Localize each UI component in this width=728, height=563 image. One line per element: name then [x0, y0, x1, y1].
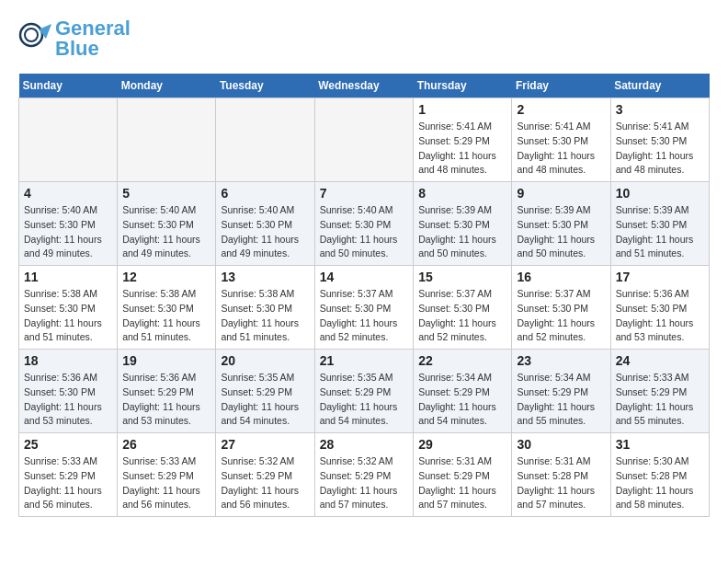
calendar-cell: 10Sunrise: 5:39 AM Sunset: 5:30 PM Dayli… — [610, 182, 709, 266]
calendar-cell: 7Sunrise: 5:40 AM Sunset: 5:30 PM Daylig… — [314, 182, 414, 266]
day-number: 4 — [24, 186, 112, 201]
calendar-cell: 5Sunrise: 5:40 AM Sunset: 5:30 PM Daylig… — [118, 182, 216, 266]
day-header-thursday: Thursday — [414, 74, 512, 98]
svg-point-0 — [20, 24, 42, 46]
calendar-cell: 28Sunrise: 5:32 AM Sunset: 5:29 PM Dayli… — [314, 433, 414, 517]
day-number: 8 — [418, 186, 506, 201]
day-info: Sunrise: 5:37 AM Sunset: 5:30 PM Dayligh… — [320, 287, 409, 345]
day-info: Sunrise: 5:38 AM Sunset: 5:30 PM Dayligh… — [24, 287, 112, 345]
day-info: Sunrise: 5:37 AM Sunset: 5:30 PM Dayligh… — [418, 287, 506, 345]
day-number: 6 — [221, 186, 309, 201]
calendar-cell: 20Sunrise: 5:35 AM Sunset: 5:29 PM Dayli… — [216, 350, 314, 433]
day-info: Sunrise: 5:40 AM Sunset: 5:30 PM Dayligh… — [24, 203, 112, 261]
calendar-table: SundayMondayTuesdayWednesdayThursdayFrid… — [18, 74, 710, 517]
day-number: 10 — [616, 186, 704, 201]
day-number: 9 — [517, 186, 605, 201]
logo-icon — [18, 22, 51, 55]
logo: General Blue — [18, 18, 131, 59]
calendar-cell: 30Sunrise: 5:31 AM Sunset: 5:28 PM Dayli… — [512, 433, 610, 517]
week-row-4: 18Sunrise: 5:36 AM Sunset: 5:30 PM Dayli… — [19, 350, 710, 433]
calendar-cell: 21Sunrise: 5:35 AM Sunset: 5:29 PM Dayli… — [314, 350, 414, 433]
day-info: Sunrise: 5:33 AM Sunset: 5:29 PM Dayligh… — [24, 454, 112, 512]
calendar-cell: 23Sunrise: 5:34 AM Sunset: 5:29 PM Dayli… — [512, 350, 610, 433]
day-header-sunday: Sunday — [19, 74, 118, 98]
day-number: 29 — [418, 437, 506, 452]
day-info: Sunrise: 5:30 AM Sunset: 5:28 PM Dayligh… — [616, 454, 704, 512]
week-row-5: 25Sunrise: 5:33 AM Sunset: 5:29 PM Dayli… — [19, 433, 710, 517]
calendar-cell: 18Sunrise: 5:36 AM Sunset: 5:30 PM Dayli… — [19, 350, 118, 433]
calendar-cell: 11Sunrise: 5:38 AM Sunset: 5:30 PM Dayli… — [19, 266, 118, 350]
calendar-cell: 8Sunrise: 5:39 AM Sunset: 5:30 PM Daylig… — [414, 182, 512, 266]
day-number: 16 — [517, 270, 605, 284]
calendar-cell — [314, 98, 414, 182]
day-info: Sunrise: 5:32 AM Sunset: 5:29 PM Dayligh… — [320, 454, 409, 512]
day-number: 24 — [616, 353, 704, 368]
day-info: Sunrise: 5:35 AM Sunset: 5:29 PM Dayligh… — [320, 371, 409, 429]
logo-text: General — [55, 18, 131, 39]
calendar-cell: 15Sunrise: 5:37 AM Sunset: 5:30 PM Dayli… — [414, 266, 512, 350]
day-number: 19 — [122, 353, 210, 368]
day-number: 1 — [418, 102, 506, 117]
calendar-cell: 6Sunrise: 5:40 AM Sunset: 5:30 PM Daylig… — [216, 182, 314, 266]
week-row-3: 11Sunrise: 5:38 AM Sunset: 5:30 PM Dayli… — [19, 266, 710, 350]
page-header: General Blue — [18, 18, 710, 59]
day-number: 12 — [122, 270, 210, 284]
calendar-cell: 12Sunrise: 5:38 AM Sunset: 5:30 PM Dayli… — [118, 266, 216, 350]
day-number: 18 — [24, 353, 112, 368]
day-number: 30 — [517, 437, 605, 452]
day-number: 17 — [616, 270, 704, 284]
svg-point-1 — [25, 29, 38, 41]
day-info: Sunrise: 5:38 AM Sunset: 5:30 PM Dayligh… — [122, 287, 210, 345]
calendar-cell: 29Sunrise: 5:31 AM Sunset: 5:29 PM Dayli… — [414, 433, 512, 517]
logo-text2: Blue — [55, 39, 131, 59]
calendar-cell: 14Sunrise: 5:37 AM Sunset: 5:30 PM Dayli… — [314, 266, 414, 350]
day-info: Sunrise: 5:40 AM Sunset: 5:30 PM Dayligh… — [122, 203, 210, 261]
day-info: Sunrise: 5:36 AM Sunset: 5:30 PM Dayligh… — [24, 371, 112, 429]
day-number: 20 — [221, 353, 309, 368]
day-number: 22 — [418, 353, 506, 368]
day-info: Sunrise: 5:31 AM Sunset: 5:28 PM Dayligh… — [517, 454, 605, 512]
calendar-cell: 31Sunrise: 5:30 AM Sunset: 5:28 PM Dayli… — [610, 433, 709, 517]
day-info: Sunrise: 5:31 AM Sunset: 5:29 PM Dayligh… — [418, 454, 506, 512]
calendar-cell: 4Sunrise: 5:40 AM Sunset: 5:30 PM Daylig… — [19, 182, 118, 266]
day-number: 25 — [24, 437, 112, 452]
day-number: 11 — [24, 270, 112, 284]
day-header-friday: Friday — [512, 74, 610, 98]
calendar-cell: 1Sunrise: 5:41 AM Sunset: 5:29 PM Daylig… — [414, 98, 512, 182]
calendar-cell — [216, 98, 314, 182]
calendar-cell: 17Sunrise: 5:36 AM Sunset: 5:30 PM Dayli… — [610, 266, 709, 350]
day-number: 27 — [221, 437, 309, 452]
calendar-cell — [19, 98, 118, 182]
day-number: 13 — [221, 270, 309, 284]
day-info: Sunrise: 5:39 AM Sunset: 5:30 PM Dayligh… — [517, 203, 605, 261]
calendar-cell: 25Sunrise: 5:33 AM Sunset: 5:29 PM Dayli… — [19, 433, 118, 517]
day-number: 5 — [122, 186, 210, 201]
day-number: 28 — [320, 437, 409, 452]
day-number: 26 — [122, 437, 210, 452]
calendar-cell: 3Sunrise: 5:41 AM Sunset: 5:30 PM Daylig… — [610, 98, 709, 182]
calendar-cell: 24Sunrise: 5:33 AM Sunset: 5:29 PM Dayli… — [610, 350, 709, 433]
day-number: 7 — [320, 186, 409, 201]
day-info: Sunrise: 5:34 AM Sunset: 5:29 PM Dayligh… — [418, 371, 506, 429]
calendar-cell: 16Sunrise: 5:37 AM Sunset: 5:30 PM Dayli… — [512, 266, 610, 350]
day-info: Sunrise: 5:41 AM Sunset: 5:30 PM Dayligh… — [616, 120, 704, 178]
day-header-tuesday: Tuesday — [216, 74, 314, 98]
day-number: 2 — [517, 102, 605, 117]
day-number: 15 — [418, 270, 506, 284]
day-info: Sunrise: 5:41 AM Sunset: 5:30 PM Dayligh… — [517, 120, 605, 178]
calendar-cell: 19Sunrise: 5:36 AM Sunset: 5:29 PM Dayli… — [118, 350, 216, 433]
day-number: 21 — [320, 353, 409, 368]
day-info: Sunrise: 5:37 AM Sunset: 5:30 PM Dayligh… — [517, 287, 605, 345]
day-info: Sunrise: 5:36 AM Sunset: 5:30 PM Dayligh… — [616, 287, 704, 345]
week-row-2: 4Sunrise: 5:40 AM Sunset: 5:30 PM Daylig… — [19, 182, 710, 266]
day-number: 14 — [320, 270, 409, 284]
day-info: Sunrise: 5:38 AM Sunset: 5:30 PM Dayligh… — [221, 287, 309, 345]
day-info: Sunrise: 5:33 AM Sunset: 5:29 PM Dayligh… — [122, 454, 210, 512]
calendar-cell: 26Sunrise: 5:33 AM Sunset: 5:29 PM Dayli… — [118, 433, 216, 517]
calendar-cell — [118, 98, 216, 182]
day-number: 23 — [517, 353, 605, 368]
calendar-cell: 2Sunrise: 5:41 AM Sunset: 5:30 PM Daylig… — [512, 98, 610, 182]
day-info: Sunrise: 5:33 AM Sunset: 5:29 PM Dayligh… — [616, 371, 704, 429]
day-info: Sunrise: 5:39 AM Sunset: 5:30 PM Dayligh… — [616, 203, 704, 261]
day-number: 3 — [616, 102, 704, 117]
